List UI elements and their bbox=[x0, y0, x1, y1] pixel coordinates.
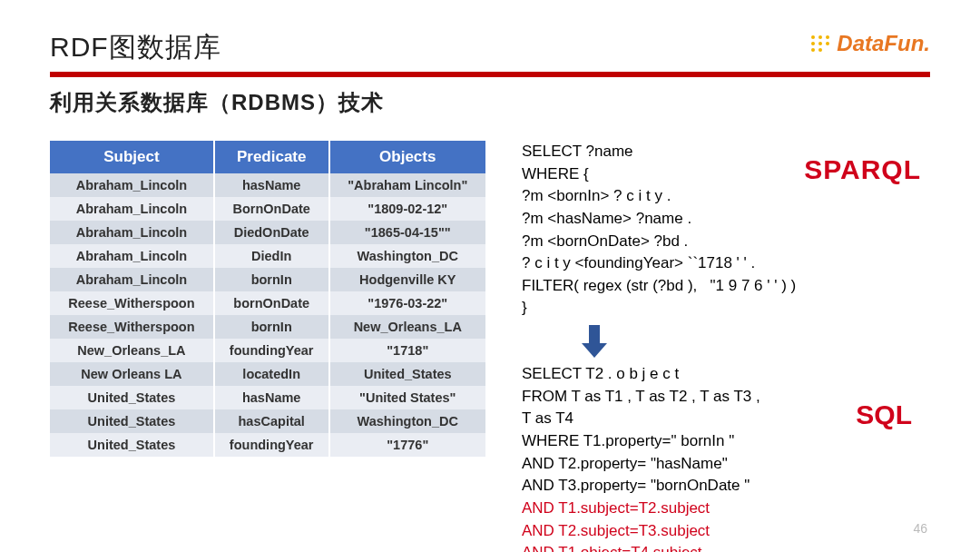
svg-point-1 bbox=[818, 35, 822, 39]
table-cell: "1809-02-12" bbox=[329, 197, 485, 221]
table-cell: DiedIn bbox=[214, 244, 329, 268]
table-header: Objects bbox=[329, 141, 485, 173]
table-row: Reese_WitherspoonbornInNew_Orleans_LA bbox=[50, 315, 485, 339]
brand-logo: DataFun. bbox=[809, 31, 930, 56]
code-line: FILTER( regex (str (?bd ), "1 9 7 6 ' ' … bbox=[522, 275, 930, 298]
table-cell: United_States bbox=[329, 362, 485, 386]
table-cell: Washington_DC bbox=[329, 244, 485, 268]
svg-point-3 bbox=[811, 42, 815, 45]
table-row: United_StatesfoundingYear"1776" bbox=[50, 433, 485, 457]
table-cell: DiedOnDate bbox=[214, 221, 329, 244]
svg-point-6 bbox=[811, 48, 815, 52]
table-header: Subject bbox=[50, 141, 214, 173]
code-line: } bbox=[522, 297, 930, 320]
code-line: AND T2.property= "hasName" bbox=[522, 453, 930, 476]
code-line: ?m <bornOnDate> ?bd . bbox=[522, 231, 930, 253]
svg-point-7 bbox=[818, 48, 822, 52]
title-underline bbox=[50, 72, 930, 77]
code-line: ? c i t y <foundingYear> ``1718 ' ' . bbox=[522, 252, 930, 275]
logo-text: DataFun. bbox=[837, 31, 930, 55]
svg-point-2 bbox=[826, 35, 829, 39]
table-cell: Abraham_Lincoln bbox=[50, 197, 214, 221]
table-row: New Orleans LAlocatedInUnited_States bbox=[50, 362, 485, 386]
svg-marker-9 bbox=[582, 343, 607, 358]
table-cell: United_States bbox=[50, 433, 214, 457]
page-number: 46 bbox=[913, 521, 927, 536]
sql-label: SQL bbox=[856, 395, 912, 435]
table-cell: Hodgenville KY bbox=[329, 268, 485, 291]
svg-point-4 bbox=[818, 42, 822, 45]
table-cell: Abraham_Lincoln bbox=[50, 221, 214, 244]
table-cell: "1718" bbox=[329, 339, 485, 362]
svg-point-0 bbox=[811, 35, 815, 39]
svg-rect-8 bbox=[589, 325, 600, 343]
table-row: Abraham_LincolnBornOnDate"1809-02-12" bbox=[50, 197, 485, 221]
table-cell: United_States bbox=[50, 386, 214, 409]
table-cell: bornOnDate bbox=[214, 291, 329, 315]
table-cell: hasName bbox=[214, 173, 329, 197]
sql-code: SELECT T2 . o b j e c tFROM T as T1 , T … bbox=[522, 363, 930, 552]
table-cell: bornIn bbox=[214, 268, 329, 291]
table-cell: "Abraham Lincoln" bbox=[329, 173, 485, 197]
table-row: United_StateshasName"United States" bbox=[50, 386, 485, 409]
table-cell: Reese_Witherspoon bbox=[50, 291, 214, 315]
table-cell: Abraham_Lincoln bbox=[50, 244, 214, 268]
table-cell: United_States bbox=[50, 409, 214, 433]
table-header: Predicate bbox=[214, 141, 329, 173]
rdf-table: SubjectPredicateObjects Abraham_Lincolnh… bbox=[50, 141, 485, 457]
table-row: Abraham_LincolnhasName"Abraham Lincoln" bbox=[50, 173, 485, 197]
table-cell: foundingYear bbox=[214, 433, 329, 457]
svg-point-5 bbox=[826, 42, 829, 45]
table-row: Abraham_LincolnDiedInWashington_DC bbox=[50, 244, 485, 268]
table-row: Abraham_LincolnDiedOnDate"1865-04-15"" bbox=[50, 221, 485, 244]
table-cell: locatedIn bbox=[214, 362, 329, 386]
slide-title: RDF图数据库 bbox=[50, 29, 930, 66]
table-cell: New_Orleans_LA bbox=[50, 339, 214, 362]
code-line: AND T1.object=T4.subject bbox=[522, 542, 930, 552]
sparql-label: SPARQL bbox=[804, 150, 921, 190]
table-cell: Washington_DC bbox=[329, 409, 485, 433]
code-line: AND T1.subject=T2.subject bbox=[522, 498, 930, 520]
table-cell: "1976-03-22" bbox=[329, 291, 485, 315]
arrow-down-icon bbox=[576, 323, 930, 360]
table-cell: "United States" bbox=[329, 386, 485, 409]
table-cell: hasCapital bbox=[214, 409, 329, 433]
table-row: United_StateshasCapitalWashington_DC bbox=[50, 409, 485, 433]
table-cell: foundingYear bbox=[214, 339, 329, 362]
code-line: AND T3.property= "bornOnDate " bbox=[522, 475, 930, 498]
table-cell: hasName bbox=[214, 386, 329, 409]
table-cell: Abraham_Lincoln bbox=[50, 173, 214, 197]
table-cell: bornIn bbox=[214, 315, 329, 339]
code-line: AND T2.subject=T3.subject bbox=[522, 520, 930, 543]
table-row: Reese_WitherspoonbornOnDate"1976-03-22" bbox=[50, 291, 485, 315]
table-cell: "1865-04-15"" bbox=[329, 221, 485, 244]
slide-subtitle: 利用关系数据库（RDBMS）技术 bbox=[50, 88, 930, 117]
table-cell: New Orleans LA bbox=[50, 362, 214, 386]
code-line: SELECT T2 . o b j e c t bbox=[522, 363, 930, 386]
table-cell: Reese_Witherspoon bbox=[50, 315, 214, 339]
table-row: Abraham_LincolnbornInHodgenville KY bbox=[50, 268, 485, 291]
table-cell: Abraham_Lincoln bbox=[50, 268, 214, 291]
logo-dots-icon bbox=[809, 34, 835, 54]
table-cell: BornOnDate bbox=[214, 197, 329, 221]
table-cell: "1776" bbox=[329, 433, 485, 457]
table-row: New_Orleans_LAfoundingYear"1718" bbox=[50, 339, 485, 362]
code-line: ?m <hasName> ?name . bbox=[522, 208, 930, 231]
table-cell: New_Orleans_LA bbox=[329, 315, 485, 339]
